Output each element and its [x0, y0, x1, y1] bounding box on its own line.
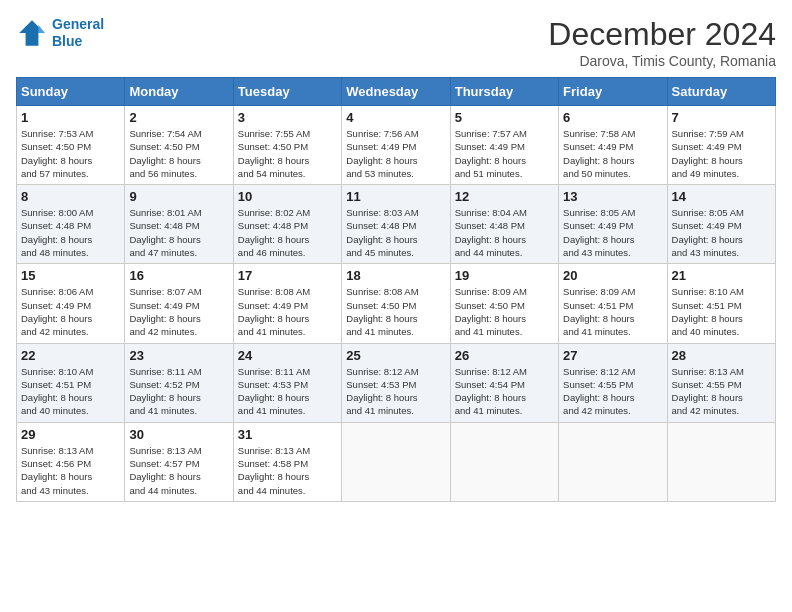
- calendar-cell: 15Sunrise: 8:06 AM Sunset: 4:49 PM Dayli…: [17, 264, 125, 343]
- calendar-cell: 3Sunrise: 7:55 AM Sunset: 4:50 PM Daylig…: [233, 106, 341, 185]
- calendar-cell: 22Sunrise: 8:10 AM Sunset: 4:51 PM Dayli…: [17, 343, 125, 422]
- calendar-week-row: 1Sunrise: 7:53 AM Sunset: 4:50 PM Daylig…: [17, 106, 776, 185]
- calendar-cell: 8Sunrise: 8:00 AM Sunset: 4:48 PM Daylig…: [17, 185, 125, 264]
- day-info: Sunrise: 8:09 AM Sunset: 4:50 PM Dayligh…: [455, 285, 554, 338]
- calendar-week-row: 15Sunrise: 8:06 AM Sunset: 4:49 PM Dayli…: [17, 264, 776, 343]
- calendar-cell: 11Sunrise: 8:03 AM Sunset: 4:48 PM Dayli…: [342, 185, 450, 264]
- day-number: 13: [563, 189, 662, 204]
- day-header-wednesday: Wednesday: [342, 78, 450, 106]
- day-number: 2: [129, 110, 228, 125]
- day-number: 24: [238, 348, 337, 363]
- day-header-thursday: Thursday: [450, 78, 558, 106]
- calendar-cell: [667, 422, 775, 501]
- day-number: 29: [21, 427, 120, 442]
- calendar-table: SundayMondayTuesdayWednesdayThursdayFrid…: [16, 77, 776, 502]
- day-info: Sunrise: 8:13 AM Sunset: 4:55 PM Dayligh…: [672, 365, 771, 418]
- calendar-cell: 27Sunrise: 8:12 AM Sunset: 4:55 PM Dayli…: [559, 343, 667, 422]
- calendar-cell: 9Sunrise: 8:01 AM Sunset: 4:48 PM Daylig…: [125, 185, 233, 264]
- day-info: Sunrise: 8:10 AM Sunset: 4:51 PM Dayligh…: [21, 365, 120, 418]
- day-info: Sunrise: 8:06 AM Sunset: 4:49 PM Dayligh…: [21, 285, 120, 338]
- day-info: Sunrise: 8:04 AM Sunset: 4:48 PM Dayligh…: [455, 206, 554, 259]
- day-number: 30: [129, 427, 228, 442]
- calendar-cell: 14Sunrise: 8:05 AM Sunset: 4:49 PM Dayli…: [667, 185, 775, 264]
- day-info: Sunrise: 8:11 AM Sunset: 4:53 PM Dayligh…: [238, 365, 337, 418]
- day-info: Sunrise: 7:55 AM Sunset: 4:50 PM Dayligh…: [238, 127, 337, 180]
- day-number: 12: [455, 189, 554, 204]
- calendar-cell: 5Sunrise: 7:57 AM Sunset: 4:49 PM Daylig…: [450, 106, 558, 185]
- calendar-cell: 23Sunrise: 8:11 AM Sunset: 4:52 PM Dayli…: [125, 343, 233, 422]
- day-info: Sunrise: 7:58 AM Sunset: 4:49 PM Dayligh…: [563, 127, 662, 180]
- day-number: 6: [563, 110, 662, 125]
- calendar-cell: 18Sunrise: 8:08 AM Sunset: 4:50 PM Dayli…: [342, 264, 450, 343]
- calendar-cell: 10Sunrise: 8:02 AM Sunset: 4:48 PM Dayli…: [233, 185, 341, 264]
- calendar-cell: 12Sunrise: 8:04 AM Sunset: 4:48 PM Dayli…: [450, 185, 558, 264]
- day-number: 17: [238, 268, 337, 283]
- day-number: 26: [455, 348, 554, 363]
- day-number: 16: [129, 268, 228, 283]
- day-number: 11: [346, 189, 445, 204]
- svg-marker-1: [38, 25, 44, 33]
- day-number: 5: [455, 110, 554, 125]
- day-info: Sunrise: 8:09 AM Sunset: 4:51 PM Dayligh…: [563, 285, 662, 338]
- location-subtitle: Darova, Timis County, Romania: [548, 53, 776, 69]
- day-header-friday: Friday: [559, 78, 667, 106]
- day-info: Sunrise: 8:13 AM Sunset: 4:57 PM Dayligh…: [129, 444, 228, 497]
- day-header-tuesday: Tuesday: [233, 78, 341, 106]
- day-number: 25: [346, 348, 445, 363]
- day-number: 21: [672, 268, 771, 283]
- day-header-sunday: Sunday: [17, 78, 125, 106]
- calendar-cell: [559, 422, 667, 501]
- day-info: Sunrise: 7:56 AM Sunset: 4:49 PM Dayligh…: [346, 127, 445, 180]
- day-number: 15: [21, 268, 120, 283]
- calendar-cell: 16Sunrise: 8:07 AM Sunset: 4:49 PM Dayli…: [125, 264, 233, 343]
- day-number: 7: [672, 110, 771, 125]
- day-info: Sunrise: 7:53 AM Sunset: 4:50 PM Dayligh…: [21, 127, 120, 180]
- calendar-cell: 25Sunrise: 8:12 AM Sunset: 4:53 PM Dayli…: [342, 343, 450, 422]
- day-info: Sunrise: 8:01 AM Sunset: 4:48 PM Dayligh…: [129, 206, 228, 259]
- day-number: 19: [455, 268, 554, 283]
- day-header-monday: Monday: [125, 78, 233, 106]
- logo-line2: Blue: [52, 33, 82, 49]
- day-info: Sunrise: 8:07 AM Sunset: 4:49 PM Dayligh…: [129, 285, 228, 338]
- calendar-cell: 26Sunrise: 8:12 AM Sunset: 4:54 PM Dayli…: [450, 343, 558, 422]
- calendar-cell: 13Sunrise: 8:05 AM Sunset: 4:49 PM Dayli…: [559, 185, 667, 264]
- day-info: Sunrise: 8:08 AM Sunset: 4:50 PM Dayligh…: [346, 285, 445, 338]
- day-number: 3: [238, 110, 337, 125]
- day-info: Sunrise: 8:08 AM Sunset: 4:49 PM Dayligh…: [238, 285, 337, 338]
- calendar-cell: 1Sunrise: 7:53 AM Sunset: 4:50 PM Daylig…: [17, 106, 125, 185]
- day-info: Sunrise: 8:10 AM Sunset: 4:51 PM Dayligh…: [672, 285, 771, 338]
- logo-text: General Blue: [52, 16, 104, 50]
- day-number: 20: [563, 268, 662, 283]
- calendar-cell: 20Sunrise: 8:09 AM Sunset: 4:51 PM Dayli…: [559, 264, 667, 343]
- day-number: 22: [21, 348, 120, 363]
- day-number: 18: [346, 268, 445, 283]
- day-info: Sunrise: 7:59 AM Sunset: 4:49 PM Dayligh…: [672, 127, 771, 180]
- logo-icon: [16, 17, 48, 49]
- calendar-cell: [342, 422, 450, 501]
- day-number: 14: [672, 189, 771, 204]
- calendar-cell: 21Sunrise: 8:10 AM Sunset: 4:51 PM Dayli…: [667, 264, 775, 343]
- calendar-cell: 19Sunrise: 8:09 AM Sunset: 4:50 PM Dayli…: [450, 264, 558, 343]
- day-info: Sunrise: 7:57 AM Sunset: 4:49 PM Dayligh…: [455, 127, 554, 180]
- day-info: Sunrise: 8:13 AM Sunset: 4:56 PM Dayligh…: [21, 444, 120, 497]
- day-number: 27: [563, 348, 662, 363]
- calendar-cell: 17Sunrise: 8:08 AM Sunset: 4:49 PM Dayli…: [233, 264, 341, 343]
- day-number: 8: [21, 189, 120, 204]
- calendar-cell: 2Sunrise: 7:54 AM Sunset: 4:50 PM Daylig…: [125, 106, 233, 185]
- day-number: 23: [129, 348, 228, 363]
- page-header: General Blue December 2024 Darova, Timis…: [16, 16, 776, 69]
- day-header-saturday: Saturday: [667, 78, 775, 106]
- calendar-cell: 28Sunrise: 8:13 AM Sunset: 4:55 PM Dayli…: [667, 343, 775, 422]
- day-number: 4: [346, 110, 445, 125]
- calendar-cell: 7Sunrise: 7:59 AM Sunset: 4:49 PM Daylig…: [667, 106, 775, 185]
- calendar-week-row: 8Sunrise: 8:00 AM Sunset: 4:48 PM Daylig…: [17, 185, 776, 264]
- calendar-cell: [450, 422, 558, 501]
- day-number: 28: [672, 348, 771, 363]
- day-info: Sunrise: 8:05 AM Sunset: 4:49 PM Dayligh…: [672, 206, 771, 259]
- calendar-cell: 31Sunrise: 8:13 AM Sunset: 4:58 PM Dayli…: [233, 422, 341, 501]
- calendar-cell: 30Sunrise: 8:13 AM Sunset: 4:57 PM Dayli…: [125, 422, 233, 501]
- calendar-week-row: 22Sunrise: 8:10 AM Sunset: 4:51 PM Dayli…: [17, 343, 776, 422]
- logo-line1: General: [52, 16, 104, 32]
- title-block: December 2024 Darova, Timis County, Roma…: [548, 16, 776, 69]
- day-info: Sunrise: 8:11 AM Sunset: 4:52 PM Dayligh…: [129, 365, 228, 418]
